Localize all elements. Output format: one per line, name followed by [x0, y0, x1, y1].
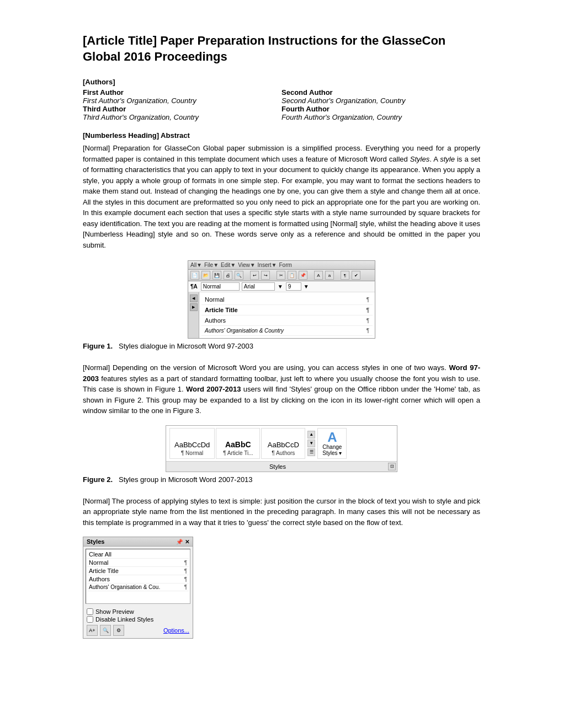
word97-font-sep: ▼ [278, 283, 283, 290]
word97-styles-panel: Normal ¶ Article Title ¶ Authors ¶ Autho… [199, 292, 375, 338]
word97-tb-icon-7: ↪ [261, 271, 270, 280]
styles-panel-title: Styles [87, 538, 104, 545]
word97-tb-icon-9: 📋 [288, 271, 296, 280]
word2007-change-styles-btn[interactable]: A ChangeStyles ▾ [317, 428, 347, 459]
word97-menubar: All▼ File▼ Edit▼ View▼ Insert▼ Form [188, 261, 375, 270]
figure1-container: All▼ File▼ Edit▼ View▼ Insert▼ Form 📄 📂 … [83, 260, 480, 354]
word2007-normal-label: ¶ Normal [181, 450, 203, 456]
word97-tb-icon-11: A [314, 271, 323, 280]
authors-section: [Authors] First Author First Author's Or… [83, 78, 480, 121]
abstract-body: [Normal] Preparation for GlasseCon Globa… [83, 143, 480, 250]
styles-list: Clear All Normal ¶ Article Title ¶ Autho… [86, 549, 190, 604]
word97-left-bar: ◀ ▶ [188, 292, 199, 338]
abstract-section: [Numberless Heading] Abstract [Normal] P… [83, 131, 480, 250]
styles-panel-footer-icons: A+ 🔍 ⚙ Options... [87, 625, 189, 636]
word97-lb-icon-2: ▶ [190, 303, 198, 311]
para2-body: [Normal] Depending on the version of Mic… [83, 362, 480, 416]
word2007-change-styles-label: ChangeStyles ▾ [322, 444, 342, 456]
word97-menu-file: File▼ [204, 262, 219, 268]
word2007-authors-text: AaBbCcD [268, 441, 299, 449]
styles-panel-new-style-btn[interactable]: A+ [87, 625, 98, 636]
styles-panel-close-icon[interactable]: ✕ [185, 539, 189, 545]
word97-tb-icon-8: ✂ [277, 271, 285, 280]
author-org-1: First Author's Organization, Country [83, 97, 282, 105]
styles-panel-header: Styles 📌 ✕ [83, 537, 193, 547]
author-name-2: Second Author [282, 88, 480, 97]
word97-style-article-title: Article Title ¶ [201, 305, 373, 315]
author-org-3: Third Author's Organization, Country [83, 113, 282, 121]
word2007-change-styles-icon: A [327, 431, 337, 444]
word97-style-authors-org: Authors' Organisation & Country ¶ [201, 326, 373, 336]
document-page: [Article Title] Paper Preparation Instru… [72, 0, 491, 681]
word97-content: ◀ ▶ Normal ¶ Article Title ¶ Authors ¶ [188, 292, 375, 338]
styles-panel: Styles 📌 ✕ Clear All Normal ¶ Article Ti… [83, 537, 193, 639]
author-org-4: Fourth Author's Organization, Country [282, 113, 480, 121]
word2007-article-title-text: AaBbC [225, 440, 251, 449]
word2007-scroll-up[interactable]: ▲ [307, 431, 315, 438]
word97-tb-icon-12: a [325, 271, 334, 280]
word97-tb-icon-3: 💾 [213, 271, 221, 280]
figure2-caption: Figure 2. Styles group in Microsoft Word… [83, 475, 253, 484]
word97-tb-icon-6: ↩ [250, 271, 259, 280]
author-col-right: Second Author Second Author's Organizati… [282, 88, 480, 121]
word97-tb-icon-5: 🔍 [235, 271, 243, 280]
disable-linked-input[interactable] [87, 616, 93, 623]
word2007-scroll-buttons: ▲ ▼ ☰ [306, 428, 316, 459]
word2007-authors-label: ¶ Authors [272, 450, 295, 456]
main-title: [Article Title] Paper Preparation Instru… [83, 33, 480, 65]
figure3-container: Styles 📌 ✕ Clear All Normal ¶ Article Ti… [83, 537, 480, 639]
styles-panel-article-title: Article Title ¶ [87, 567, 189, 575]
styles-panel-clear-all: Clear All [87, 550, 189, 559]
word97-style-normal: Normal ¶ [201, 295, 373, 305]
word97-iconbar: 📄 📂 💾 🖨 🔍 ↩ ↪ ✂ 📋 📌 A a ¶ ✔ [188, 270, 375, 281]
author-org-2: Second Author's Organization, Country [282, 97, 480, 105]
word2007-footer: Styles ⊡ [166, 461, 397, 472]
show-preview-input[interactable] [87, 608, 93, 615]
word97-tb-icon-10: 📌 [299, 271, 307, 280]
word2007-footer-text: Styles [167, 463, 388, 470]
disable-linked-label: Disable Linked Styles [95, 616, 153, 623]
word97-menu-view: View▼ [238, 262, 255, 268]
styles-panel-manage-btn[interactable]: ⚙ [113, 625, 124, 636]
word97-style-dropdown[interactable]: Normal [201, 282, 240, 291]
word2007-expand-icon[interactable]: ⊡ [388, 463, 396, 470]
word97-menu-insert: Insert▼ [258, 262, 277, 268]
styles-panel-footer: Show Preview Disable Linked Styles A+ 🔍 … [83, 606, 193, 638]
word2007-dialog: AaBbCcDd ¶ Normal AaBbC ¶ Article Ti... … [166, 425, 397, 472]
word2007-normal-text: AaBbCcDd [174, 441, 210, 449]
word2007-scroll-expand[interactable]: ☰ [307, 448, 315, 456]
word2007-authors-sample: AaBbCcD ¶ Authors [261, 428, 305, 459]
word97-menu-form: Form [279, 262, 292, 268]
word97-menu-edit: Edit▼ [221, 262, 236, 268]
styles-panel-normal: Normal ¶ [87, 559, 189, 567]
abstract-heading: [Numberless Heading] Abstract [83, 131, 480, 140]
author-name-4: Fourth Author [282, 105, 480, 113]
styles-panel-pin-icon[interactable]: 📌 [176, 539, 183, 545]
para3-body: [Normal] The process of applying styles … [83, 496, 480, 528]
disable-linked-checkbox: Disable Linked Styles [87, 616, 189, 623]
authors-grid: First Author First Author's Organization… [83, 88, 480, 121]
word97-tb-icon-4: 🖨 [224, 271, 232, 280]
word97-tb-icon-13: ¶ [341, 271, 349, 280]
styles-panel-inspect-btn[interactable]: 🔍 [100, 625, 111, 636]
word97-size-sep: ▼ [304, 283, 309, 290]
authors-label: [Authors] [83, 78, 480, 86]
author-name-3: Third Author [83, 105, 282, 113]
show-preview-checkbox: Show Preview [87, 608, 189, 615]
word2007-scroll-down[interactable]: ▼ [307, 440, 315, 447]
styles-panel-options-link[interactable]: Options... [163, 627, 189, 634]
word97-style-icon: ¶A [190, 283, 198, 290]
word2007-normal-sample: AaBbCcDd ¶ Normal [169, 428, 215, 459]
word97-tb-icon-2: 📂 [201, 271, 210, 280]
word2007-article-title-label: ¶ Article Ti... [223, 450, 253, 456]
author-name-1: First Author [83, 88, 282, 97]
word97-style-row: ¶A Normal Arial ▼ 9 ▼ [188, 281, 375, 292]
show-preview-label: Show Preview [95, 608, 134, 615]
word97-style-authors: Authors ¶ [201, 315, 373, 326]
figure2-container: AaBbCcDd ¶ Normal AaBbC ¶ Article Ti... … [83, 425, 480, 487]
word2007-article-title-sample: AaBbC ¶ Article Ti... [216, 428, 260, 459]
word2007-styles-group: AaBbCcDd ¶ Normal AaBbC ¶ Article Ti... … [166, 426, 397, 461]
word97-menu-all: All▼ [190, 262, 202, 268]
word97-size-dropdown[interactable]: 9 [286, 282, 301, 291]
word97-font-dropdown[interactable]: Arial [242, 282, 275, 291]
